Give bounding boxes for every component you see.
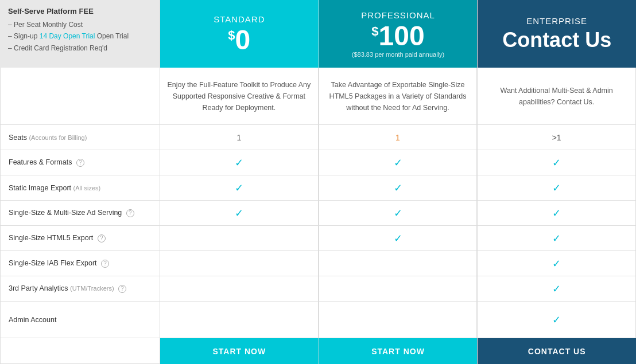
enterprise-check-admin: ✓ bbox=[478, 302, 636, 338]
professional-check-analytics bbox=[319, 276, 478, 302]
feature-name-ad-serving: Single-Size & Multi-Size Ad Serving ? bbox=[9, 209, 134, 217]
feature-row-ad-serving: Single-Size & Multi-Size Ad Serving ? bbox=[0, 201, 160, 226]
feature-name-admin: Admin Account bbox=[9, 316, 56, 324]
standard-description: Enjoy the Full-Feature Toolkit to Produc… bbox=[160, 68, 319, 125]
enterprise-seats: >1 bbox=[478, 125, 636, 150]
professional-plan-price: $100 bbox=[371, 22, 424, 50]
professional-header: PROFESSIONAL $100 ($83.83 per month paid… bbox=[319, 0, 478, 68]
enterprise-contact-text: Contact Us bbox=[502, 28, 611, 52]
platform-fee-subtitle: – Per Seat Monthly Cost – Sign-up 14 Day… bbox=[8, 19, 152, 54]
enterprise-check-analytics: ✓ bbox=[478, 276, 636, 302]
feature-name-features: Features & Formats ? bbox=[9, 158, 84, 167]
standard-plan-name: STANDARD bbox=[214, 14, 265, 24]
enterprise-check-html5: ✓ bbox=[478, 226, 636, 251]
professional-description: Take Advantage of Exportable Single-Size… bbox=[319, 68, 478, 125]
professional-check-admin bbox=[319, 302, 478, 338]
standard-check-analytics bbox=[160, 276, 319, 302]
feature-footer-empty bbox=[0, 338, 160, 364]
help-icon-analytics[interactable]: ? bbox=[118, 285, 126, 293]
feature-name-iab: Single-Size IAB Flex Export ? bbox=[9, 259, 109, 268]
plan-standard: STANDARD $0 Enjoy the Full-Feature Toolk… bbox=[160, 0, 319, 364]
sub-line-1: – Per Seat Monthly Cost bbox=[8, 19, 152, 30]
feature-row-seats: Seats (Accounts for Billing) bbox=[0, 125, 160, 150]
platform-fee-title: Self-Serve Platform FEE bbox=[8, 7, 152, 15]
professional-check-features: ✓ bbox=[319, 150, 478, 175]
standard-check-html5 bbox=[160, 226, 319, 251]
feature-name-html5: Single-Size HTML5 Export ? bbox=[9, 234, 106, 242]
help-icon-ad-serving[interactable]: ? bbox=[126, 209, 134, 217]
professional-check-static: ✓ bbox=[319, 175, 478, 201]
feature-row-admin: Admin Account bbox=[0, 302, 160, 338]
enterprise-header: ENTERPRISE Contact Us bbox=[478, 0, 636, 68]
sub-line-3: – Credit Card Registration Req'd bbox=[8, 42, 152, 54]
feature-row-features: Features & Formats ? bbox=[0, 150, 160, 175]
enterprise-check-iab: ✓ bbox=[478, 251, 636, 276]
help-icon-iab[interactable]: ? bbox=[101, 260, 109, 268]
feature-row-html5: Single-Size HTML5 Export ? bbox=[0, 226, 160, 251]
standard-seats: 1 bbox=[160, 125, 319, 150]
standard-check-admin bbox=[160, 302, 319, 338]
standard-check-static: ✓ bbox=[160, 175, 319, 201]
standard-check-features: ✓ bbox=[160, 150, 319, 175]
enterprise-check-static: ✓ bbox=[478, 175, 636, 201]
standard-check-ad-serving: ✓ bbox=[160, 201, 319, 226]
professional-seats: 1 bbox=[319, 125, 478, 150]
feature-name-analytics: 3rd Party Analytics (UTM/Trackers) ? bbox=[9, 284, 126, 293]
features-column: Self-Serve Platform FEE – Per Seat Month… bbox=[0, 0, 160, 364]
enterprise-footer-button[interactable]: CONTACT US bbox=[478, 338, 636, 364]
professional-check-html5: ✓ bbox=[319, 226, 478, 251]
plan-professional: PROFESSIONAL $100 ($83.83 per month paid… bbox=[319, 0, 478, 364]
feature-name-static: Static Image Export (All sizes) bbox=[9, 184, 100, 192]
enterprise-check-features: ✓ bbox=[478, 150, 636, 175]
enterprise-plan-name: ENTERPRISE bbox=[526, 16, 587, 26]
standard-header: STANDARD $0 bbox=[160, 0, 319, 68]
pricing-table: Self-Serve Platform FEE – Per Seat Month… bbox=[0, 0, 636, 364]
help-icon-features[interactable]: ? bbox=[76, 159, 84, 167]
professional-check-iab bbox=[319, 251, 478, 276]
feature-row-static: Static Image Export (All sizes) bbox=[0, 175, 160, 201]
professional-price-note: ($83.83 per month paid annually) bbox=[352, 51, 444, 58]
professional-plan-name: PROFESSIONAL bbox=[361, 10, 435, 20]
help-icon-html5[interactable]: ? bbox=[98, 234, 106, 242]
standard-plan-price: $0 bbox=[228, 26, 250, 54]
trial-link[interactable]: 14 Day Open Trial bbox=[40, 32, 95, 40]
feature-row-analytics: 3rd Party Analytics (UTM/Trackers) ? bbox=[0, 276, 160, 302]
features-header: Self-Serve Platform FEE – Per Seat Month… bbox=[0, 0, 160, 68]
enterprise-description: Want Additional Multi-Seat & Admin apabi… bbox=[478, 68, 636, 125]
professional-check-ad-serving: ✓ bbox=[319, 201, 478, 226]
sub-line-2: – Sign-up 14 Day Open Trial Open Trial bbox=[8, 30, 152, 42]
feature-row-description-placeholder bbox=[0, 68, 160, 125]
enterprise-check-ad-serving: ✓ bbox=[478, 201, 636, 226]
standard-check-iab bbox=[160, 251, 319, 276]
feature-name-seats: Seats (Accounts for Billing) bbox=[9, 134, 87, 142]
professional-footer-button[interactable]: START NOW bbox=[319, 338, 478, 364]
standard-footer-button[interactable]: START NOW bbox=[160, 338, 319, 364]
feature-row-iab: Single-Size IAB Flex Export ? bbox=[0, 251, 160, 276]
plan-enterprise: ENTERPRISE Contact Us Want Additional Mu… bbox=[477, 0, 636, 364]
